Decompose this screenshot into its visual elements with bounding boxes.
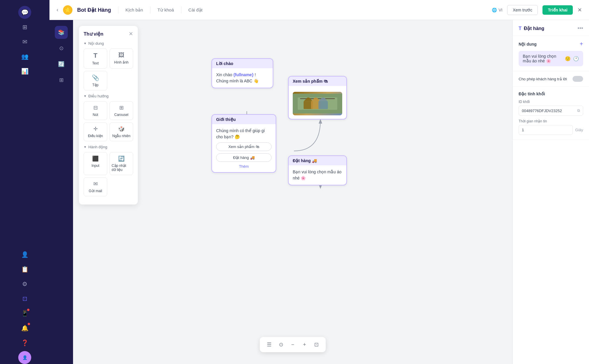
preview-button[interactable]: Xem trước (507, 5, 538, 15)
lib-item-input[interactable]: ⬛ Input (84, 152, 107, 175)
lib-item-file[interactable]: 📎 Tệp (84, 71, 107, 90)
library-panel: Thư viện ✕ ▼ Nội dung T Text (79, 26, 138, 205)
bubble-actions: 🙂 🕐 (565, 56, 579, 62)
rail-settings-icon[interactable]: ⚙ (18, 277, 31, 290)
rail-box-icon[interactable]: ⊡ (18, 292, 31, 305)
toolbar-zoom-in-button[interactable]: + (299, 339, 310, 350)
lib-item-condition[interactable]: ✛ Điều kiện (84, 122, 107, 141)
add-content-button[interactable]: + (580, 41, 583, 47)
node-loi-chao[interactable]: Lời chào Xin chào {fullname} ! Chúng mìn… (211, 58, 273, 88)
lib-item-button[interactable]: ⊟ Nút (84, 101, 107, 120)
sidebar-flow-icon[interactable]: 🔄 (55, 58, 68, 71)
tool-sidebar: 📚 ⊙ 🔄 ⊞ (49, 20, 73, 364)
language-selector[interactable]: 🌐 VI (492, 8, 502, 12)
section-hanh-dong: ▼ Hành động ⬛ Input 🔄 Cập nhật dữ liệu (84, 145, 133, 196)
node-loi-chao-title: Lời chào (216, 61, 233, 66)
lib-item-carousel[interactable]: ⊞ Carousel (110, 101, 133, 120)
rail-mail-icon[interactable]: ✉ (18, 35, 31, 48)
node-dat-hang[interactable]: Đặt hàng 🚚 Bạn vui lòng chọn mẫu áo nhé … (288, 155, 347, 185)
lib-item-update-data[interactable]: 🔄 Cập nhật dữ liệu (110, 152, 133, 175)
time-label: Thời gian nhận tin (519, 119, 583, 123)
nav-kich-ban[interactable]: Kịch bản (125, 7, 143, 13)
arrow-icon2: ▼ (84, 94, 87, 98)
btn-xem-san-pham[interactable]: Xem sản phẩm 🛍 (216, 142, 272, 151)
rail-chat-icon[interactable]: 💬 (18, 6, 31, 19)
lib-item-text[interactable]: T Text (84, 49, 107, 69)
copy-icon[interactable]: ⧉ (577, 108, 580, 113)
arrow-icon3: ▼ (84, 145, 87, 149)
rail-avatar[interactable]: 👤 (18, 351, 31, 364)
back-button[interactable]: ‹ (57, 7, 58, 13)
right-noi-dung-header: Nội dung + (519, 41, 583, 47)
time-field[interactable]: 1 (519, 125, 573, 135)
node-xem-san-pham[interactable]: Xem sản phẩm 🛍 (288, 76, 347, 119)
library-header: Thư viện ✕ (84, 31, 133, 37)
nav-tu-khoa[interactable]: Từ khoá (158, 7, 174, 13)
svg-rect-6 (318, 101, 328, 109)
file-label: Tệp (92, 83, 98, 87)
canvas-area[interactable]: Thư viện ✕ ▼ Nội dung T Text (73, 20, 512, 364)
rail-template-icon[interactable]: 📋 (18, 263, 31, 276)
rail-preview-icon[interactable]: 📱 (18, 307, 31, 320)
more-options-button[interactable]: ••• (578, 25, 583, 31)
node-gioi-thieu[interactable]: Giới thiệu Chúng mình có thể giúp gì cho… (211, 114, 276, 173)
node-dat-hang-header: Đặt hàng 🚚 (289, 156, 346, 165)
library-close-button[interactable]: ✕ (129, 31, 133, 37)
rail-chart-icon[interactable]: 📊 (18, 65, 31, 78)
lib-item-random[interactable]: 🎲 Ngẫu nhiên (110, 122, 133, 141)
random-icon: 🎲 (118, 126, 125, 132)
sidebar-library-icon[interactable]: 📚 (55, 26, 68, 39)
rail-bell-icon[interactable]: 🔔 (18, 322, 31, 335)
toggle-label: Cho phép khách hàng trả lời (519, 77, 567, 81)
section-noi-dung-header[interactable]: ▼ Nội dung (84, 41, 133, 46)
nav-cai-dat[interactable]: Cài đặt (188, 7, 203, 13)
right-panel-title-text: Đặt hàng (524, 26, 545, 31)
rail-grid-icon[interactable]: ⊞ (18, 21, 31, 34)
btn-dat-hang[interactable]: Đặt hàng 🚚 (216, 153, 272, 162)
lib-item-send-mail[interactable]: ✉ Gửi mail (84, 177, 107, 196)
section-hanh-dong-header[interactable]: ▼ Hành động (84, 145, 133, 149)
toolbar-link-button[interactable]: ⊙ (276, 339, 286, 350)
right-cho-phep-section: Cho phép khách hàng trả lời (513, 71, 589, 87)
lib-item-image[interactable]: 🖼 Hình ảnh (110, 49, 133, 69)
node-dat-hang-title: Đặt hàng 🚚 (293, 158, 317, 163)
content-bubble[interactable]: Bạn vui lòng chọn mẫu áo nhé 🌸 🙂 🕐 (519, 51, 583, 66)
section-noi-dung: ▼ Nội dung T Text 🖼 Hình ảnh (84, 41, 133, 90)
update-data-icon: 🔄 (118, 155, 125, 162)
deploy-button[interactable]: Triển khai (542, 5, 573, 15)
toolbar-grid-button[interactable]: ⊡ (311, 339, 322, 350)
text-label: Text (92, 61, 99, 65)
add-button[interactable]: Thêm (216, 164, 272, 169)
section-noi-dung-label: Nội dung (88, 41, 104, 46)
lang-label: VI (499, 8, 502, 12)
topbar: ‹ ⭐ Bot Đặt Hàng Kịch bản Từ khoá Cài đặ… (49, 0, 589, 20)
condition-icon: ✛ (93, 126, 98, 132)
node-loi-chao-text: Xin chào {fullname} ! Chúng mình là ABC … (216, 72, 269, 84)
title-icon: T (519, 26, 522, 31)
node-loi-chao-body: Xin chào {fullname} ! Chúng mình là ABC … (212, 68, 273, 88)
file-icon: 📎 (92, 74, 99, 81)
toolbar-menu-button[interactable]: ☰ (264, 339, 274, 350)
close-button[interactable]: ✕ (578, 7, 582, 13)
divider1 (118, 6, 118, 14)
text-icon: T (93, 52, 97, 59)
reply-toggle[interactable] (573, 76, 583, 82)
rail-users-icon[interactable]: 👥 (18, 50, 31, 63)
id-value: 00489776DFJDV23252 (522, 109, 562, 113)
node-dat-hang-body: Bạn vui lòng chọn mẫu áo nhé 🌸 (289, 165, 346, 185)
time-row: 1 Giây (519, 125, 583, 135)
node-xem-san-pham-header: Xem sản phẩm 🛍 (289, 77, 346, 86)
sidebar-layers-icon[interactable]: ⊙ (55, 42, 68, 55)
sidebar-table-icon[interactable]: ⊞ (55, 74, 68, 87)
product-image (293, 92, 342, 115)
id-field[interactable]: 00489776DFJDV23252 ⧉ (519, 106, 583, 116)
rail-user-icon[interactable]: 👤 (18, 248, 31, 261)
bubble-text: Bạn vui lòng chọn mẫu áo nhé 🌸 (523, 54, 565, 63)
toolbar-zoom-out-button[interactable]: − (287, 339, 298, 350)
rail-help-icon[interactable]: ❓ (18, 336, 31, 349)
canvas-toolbar: ☰ ⊙ − + ⊡ (260, 337, 326, 352)
section-dieu-huong-header[interactable]: ▼ Điều hướng (84, 94, 133, 98)
clock-icon[interactable]: 🕐 (573, 56, 579, 62)
smiley-icon[interactable]: 🙂 (565, 56, 571, 62)
right-noi-dung-title: Nội dung (519, 42, 537, 46)
